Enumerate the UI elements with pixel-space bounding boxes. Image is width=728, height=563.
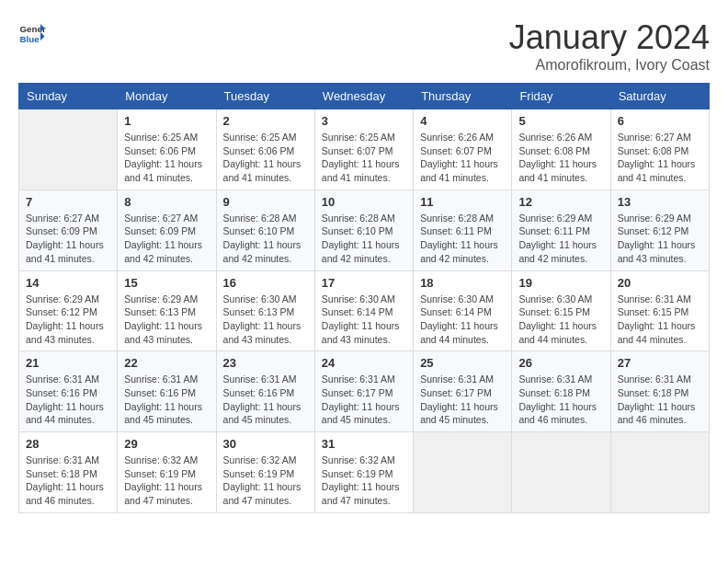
day-info: Sunrise: 6:31 AMSunset: 6:15 PMDaylight:… (618, 293, 702, 347)
calendar-header-row: SundayMondayTuesdayWednesdayThursdayFrid… (19, 84, 710, 109)
calendar-week-4: 21Sunrise: 6:31 AMSunset: 6:16 PMDayligh… (19, 351, 710, 432)
day-info: Sunrise: 6:31 AMSunset: 6:18 PMDaylight:… (618, 373, 702, 427)
calendar-cell: 12Sunrise: 6:29 AMSunset: 6:11 PMDayligh… (512, 190, 610, 270)
day-number: 8 (124, 195, 209, 209)
day-info: Sunrise: 6:31 AMSunset: 6:17 PMDaylight:… (322, 373, 406, 427)
day-number: 7 (26, 195, 110, 209)
day-info: Sunrise: 6:30 AMSunset: 6:13 PMDaylight:… (223, 293, 308, 347)
calendar-week-1: 1Sunrise: 6:25 AMSunset: 6:06 PMDaylight… (19, 109, 710, 190)
col-header-friday: Friday (512, 84, 610, 109)
col-header-sunday: Sunday (19, 84, 118, 109)
day-info: Sunrise: 6:28 AMSunset: 6:10 PMDaylight:… (223, 212, 308, 266)
day-info: Sunrise: 6:26 AMSunset: 6:07 PMDaylight:… (420, 131, 505, 185)
day-number: 29 (124, 437, 209, 451)
calendar-cell: 16Sunrise: 6:30 AMSunset: 6:13 PMDayligh… (216, 270, 314, 351)
calendar-cell: 24Sunrise: 6:31 AMSunset: 6:17 PMDayligh… (314, 351, 413, 432)
day-number: 5 (518, 114, 603, 128)
calendar-cell: 11Sunrise: 6:28 AMSunset: 6:11 PMDayligh… (414, 190, 512, 270)
col-header-saturday: Saturday (610, 84, 709, 109)
day-number: 13 (618, 195, 702, 209)
calendar-cell: 17Sunrise: 6:30 AMSunset: 6:14 PMDayligh… (314, 270, 413, 351)
day-info: Sunrise: 6:32 AMSunset: 6:19 PMDaylight:… (223, 454, 308, 508)
month-title: January 2024 (509, 18, 710, 57)
day-info: Sunrise: 6:31 AMSunset: 6:17 PMDaylight:… (420, 373, 505, 427)
day-info: Sunrise: 6:30 AMSunset: 6:14 PMDaylight:… (420, 293, 505, 347)
day-info: Sunrise: 6:28 AMSunset: 6:10 PMDaylight:… (322, 212, 406, 266)
day-info: Sunrise: 6:25 AMSunset: 6:07 PMDaylight:… (322, 131, 406, 185)
day-number: 9 (223, 195, 308, 209)
calendar-table: SundayMondayTuesdayWednesdayThursdayFrid… (18, 83, 710, 513)
calendar-week-2: 7Sunrise: 6:27 AMSunset: 6:09 PMDaylight… (19, 190, 710, 270)
calendar-cell: 15Sunrise: 6:29 AMSunset: 6:13 PMDayligh… (118, 270, 216, 351)
day-number: 1 (124, 114, 209, 128)
calendar-body: 1Sunrise: 6:25 AMSunset: 6:06 PMDaylight… (19, 109, 710, 513)
day-number: 31 (322, 437, 406, 451)
calendar-cell: 21Sunrise: 6:31 AMSunset: 6:16 PMDayligh… (19, 351, 118, 432)
day-number: 21 (26, 356, 110, 370)
calendar-cell: 4Sunrise: 6:26 AMSunset: 6:07 PMDaylight… (414, 109, 512, 190)
calendar-cell: 25Sunrise: 6:31 AMSunset: 6:17 PMDayligh… (414, 351, 512, 432)
day-info: Sunrise: 6:30 AMSunset: 6:15 PMDaylight:… (518, 293, 603, 347)
day-number: 18 (420, 276, 505, 290)
day-info: Sunrise: 6:28 AMSunset: 6:11 PMDaylight:… (420, 212, 505, 266)
col-header-wednesday: Wednesday (314, 84, 413, 109)
calendar-week-3: 14Sunrise: 6:29 AMSunset: 6:12 PMDayligh… (19, 270, 710, 351)
day-info: Sunrise: 6:31 AMSunset: 6:18 PMDaylight:… (518, 373, 603, 427)
calendar-cell: 9Sunrise: 6:28 AMSunset: 6:10 PMDaylight… (216, 190, 314, 270)
logo-icon: General Blue (18, 18, 46, 46)
day-number: 11 (420, 195, 505, 209)
logo: General Blue (18, 18, 46, 46)
day-info: Sunrise: 6:27 AMSunset: 6:08 PMDaylight:… (618, 131, 702, 185)
calendar-cell: 14Sunrise: 6:29 AMSunset: 6:12 PMDayligh… (19, 270, 118, 351)
day-info: Sunrise: 6:29 AMSunset: 6:11 PMDaylight:… (518, 212, 603, 266)
day-number: 19 (518, 276, 603, 290)
calendar-cell: 31Sunrise: 6:32 AMSunset: 6:19 PMDayligh… (314, 432, 413, 513)
day-number: 27 (618, 356, 702, 370)
calendar-cell: 26Sunrise: 6:31 AMSunset: 6:18 PMDayligh… (512, 351, 610, 432)
calendar-cell: 29Sunrise: 6:32 AMSunset: 6:19 PMDayligh… (118, 432, 216, 513)
day-number: 25 (420, 356, 505, 370)
day-info: Sunrise: 6:30 AMSunset: 6:14 PMDaylight:… (322, 293, 406, 347)
calendar-cell (19, 109, 118, 190)
calendar-cell: 10Sunrise: 6:28 AMSunset: 6:10 PMDayligh… (314, 190, 413, 270)
title-block: January 2024 Amorofikroum, Ivory Coast (509, 18, 710, 74)
day-number: 20 (618, 276, 702, 290)
day-number: 4 (420, 114, 505, 128)
col-header-thursday: Thursday (414, 84, 512, 109)
day-number: 6 (618, 114, 702, 128)
calendar-cell: 5Sunrise: 6:26 AMSunset: 6:08 PMDaylight… (512, 109, 610, 190)
calendar-cell (610, 432, 709, 513)
day-info: Sunrise: 6:27 AMSunset: 6:09 PMDaylight:… (26, 212, 110, 266)
day-info: Sunrise: 6:29 AMSunset: 6:12 PMDaylight:… (618, 212, 702, 266)
calendar-cell: 6Sunrise: 6:27 AMSunset: 6:08 PMDaylight… (610, 109, 709, 190)
calendar-cell: 30Sunrise: 6:32 AMSunset: 6:19 PMDayligh… (216, 432, 314, 513)
day-info: Sunrise: 6:31 AMSunset: 6:16 PMDaylight:… (223, 373, 308, 427)
day-info: Sunrise: 6:32 AMSunset: 6:19 PMDaylight:… (124, 454, 209, 508)
calendar-cell: 7Sunrise: 6:27 AMSunset: 6:09 PMDaylight… (19, 190, 118, 270)
day-info: Sunrise: 6:31 AMSunset: 6:16 PMDaylight:… (26, 373, 110, 427)
calendar-cell: 2Sunrise: 6:25 AMSunset: 6:06 PMDaylight… (216, 109, 314, 190)
calendar-cell (414, 432, 512, 513)
day-info: Sunrise: 6:32 AMSunset: 6:19 PMDaylight:… (322, 454, 406, 508)
day-number: 24 (322, 356, 406, 370)
calendar-cell: 23Sunrise: 6:31 AMSunset: 6:16 PMDayligh… (216, 351, 314, 432)
day-number: 2 (223, 114, 308, 128)
calendar-cell: 3Sunrise: 6:25 AMSunset: 6:07 PMDaylight… (314, 109, 413, 190)
day-number: 26 (518, 356, 603, 370)
day-number: 30 (223, 437, 308, 451)
day-info: Sunrise: 6:25 AMSunset: 6:06 PMDaylight:… (223, 131, 308, 185)
day-info: Sunrise: 6:29 AMSunset: 6:12 PMDaylight:… (26, 293, 110, 347)
day-info: Sunrise: 6:25 AMSunset: 6:06 PMDaylight:… (124, 131, 209, 185)
svg-text:Blue: Blue (20, 34, 40, 44)
calendar-cell: 19Sunrise: 6:30 AMSunset: 6:15 PMDayligh… (512, 270, 610, 351)
day-info: Sunrise: 6:31 AMSunset: 6:18 PMDaylight:… (26, 454, 110, 508)
day-number: 15 (124, 276, 209, 290)
day-number: 3 (322, 114, 406, 128)
location-subtitle: Amorofikroum, Ivory Coast (509, 57, 710, 74)
day-number: 28 (26, 437, 110, 451)
calendar-cell: 13Sunrise: 6:29 AMSunset: 6:12 PMDayligh… (610, 190, 709, 270)
day-number: 17 (322, 276, 406, 290)
calendar-cell: 18Sunrise: 6:30 AMSunset: 6:14 PMDayligh… (414, 270, 512, 351)
calendar-cell: 28Sunrise: 6:31 AMSunset: 6:18 PMDayligh… (19, 432, 118, 513)
calendar-cell: 20Sunrise: 6:31 AMSunset: 6:15 PMDayligh… (610, 270, 709, 351)
